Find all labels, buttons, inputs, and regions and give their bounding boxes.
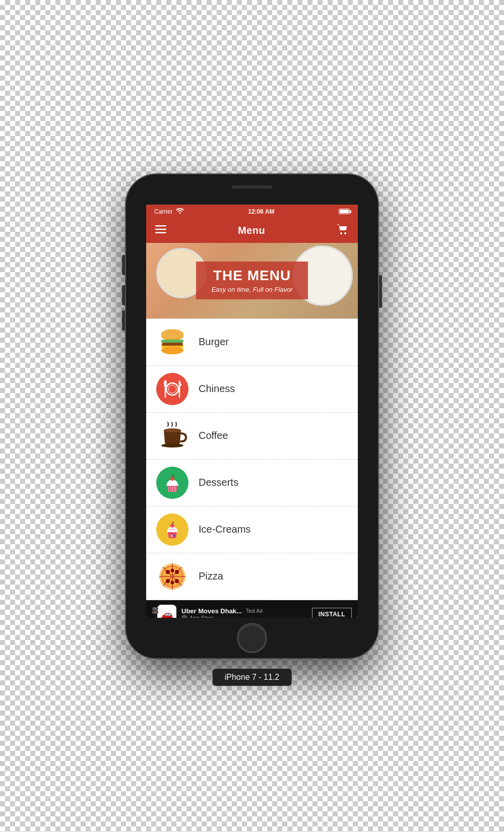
svg-point-22 (161, 443, 183, 447)
svg-point-38 (175, 570, 179, 574)
svg-point-8 (168, 332, 170, 333)
ad-install-button[interactable]: INSTALL (312, 608, 352, 618)
ad-banner: i ✕ 🚗 Uber Moves Dhak... Test Ad App Sto… (146, 600, 358, 618)
device-label: iPhone 7 - 11.2 (213, 669, 292, 686)
home-button-area (237, 618, 267, 658)
wifi-icon (176, 208, 184, 215)
icecreams-icon (156, 514, 188, 546)
ad-store: App Store (181, 615, 307, 618)
hero-overlay: THE MENU Easy on time, Full on Flavor (146, 243, 358, 318)
desserts-icon (156, 467, 188, 499)
svg-rect-12 (162, 343, 183, 346)
svg-rect-1 (155, 225, 166, 227)
menu-item-burger[interactable]: Burger (146, 318, 358, 366)
svg-line-26 (172, 522, 173, 524)
menu-item-pizza-label: Pizza (199, 570, 223, 582)
menu-item-chinese-label: Chiness (199, 383, 235, 395)
menu-item-pizza[interactable]: Pizza (146, 553, 358, 600)
hero-subtitle: Easy on time, Full on Flavor (211, 286, 292, 293)
hero-title: THE MENU (211, 268, 292, 284)
menu-item-desserts[interactable]: Desserts (146, 460, 358, 506)
status-bar: Carrier 12:06 AM (146, 205, 358, 219)
pizza-icon (156, 560, 188, 593)
hero-banner: THE MENU Easy on time, Full on Flavor (146, 243, 358, 318)
svg-rect-11 (161, 340, 183, 343)
hamburger-menu-icon[interactable] (155, 225, 166, 236)
svg-point-10 (176, 333, 178, 334)
menu-item-icecreams[interactable]: Ice-Creams (146, 506, 358, 553)
svg-point-37 (166, 570, 170, 574)
svg-point-7 (161, 329, 183, 339)
battery-fill (340, 210, 349, 213)
svg-point-42 (171, 581, 174, 584)
svg-point-14 (161, 346, 183, 354)
svg-point-23 (170, 477, 174, 481)
menu-item-desserts-label: Desserts (199, 477, 238, 488)
hero-text-box: THE MENU Easy on time, Full on Flavor (196, 262, 307, 299)
status-bar-left: Carrier (154, 208, 184, 215)
svg-line-24 (172, 475, 173, 477)
status-bar-time: 12:06 AM (248, 208, 274, 215)
cart-icon[interactable] (337, 224, 349, 238)
phone-speaker (232, 185, 272, 188)
svg-point-9 (172, 331, 174, 332)
menu-item-coffee-label: Coffee (199, 430, 228, 441)
menu-item-burger-label: Burger (199, 336, 229, 348)
nav-bar: Menu (146, 219, 358, 243)
svg-point-25 (170, 524, 174, 528)
ad-app-name: Uber Moves Dhak... (181, 607, 242, 615)
svg-rect-3 (155, 232, 166, 234)
svg-point-5 (344, 232, 346, 234)
svg-point-40 (175, 579, 179, 583)
menu-item-icecreams-label: Ice-Creams (199, 524, 250, 535)
svg-point-19 (168, 385, 176, 393)
svg-point-41 (171, 568, 174, 572)
battery-icon (339, 209, 350, 214)
phone-device: Carrier 12:06 AM (126, 174, 378, 658)
coffee-icon (156, 420, 188, 452)
phone-screen: Carrier 12:06 AM (146, 205, 358, 618)
svg-point-43 (181, 615, 187, 618)
status-bar-right (339, 209, 350, 214)
menu-list: Burger (146, 318, 358, 600)
svg-rect-2 (155, 229, 166, 230)
svg-point-0 (179, 213, 180, 214)
menu-item-coffee[interactable]: Coffee (146, 413, 358, 460)
nav-title: Menu (238, 225, 265, 236)
ad-info: Uber Moves Dhak... Test Ad App Store (181, 607, 307, 618)
menu-item-chinese[interactable]: Chiness (146, 366, 358, 413)
carrier-label: Carrier (154, 208, 173, 215)
ad-app-icon: 🚗 (157, 605, 176, 618)
svg-point-21 (164, 428, 181, 432)
ad-label: Test Ad (246, 608, 263, 614)
home-button[interactable] (237, 623, 267, 653)
svg-point-4 (340, 232, 342, 234)
chinese-icon (156, 373, 188, 405)
burger-icon (156, 326, 188, 358)
svg-point-39 (166, 579, 170, 583)
